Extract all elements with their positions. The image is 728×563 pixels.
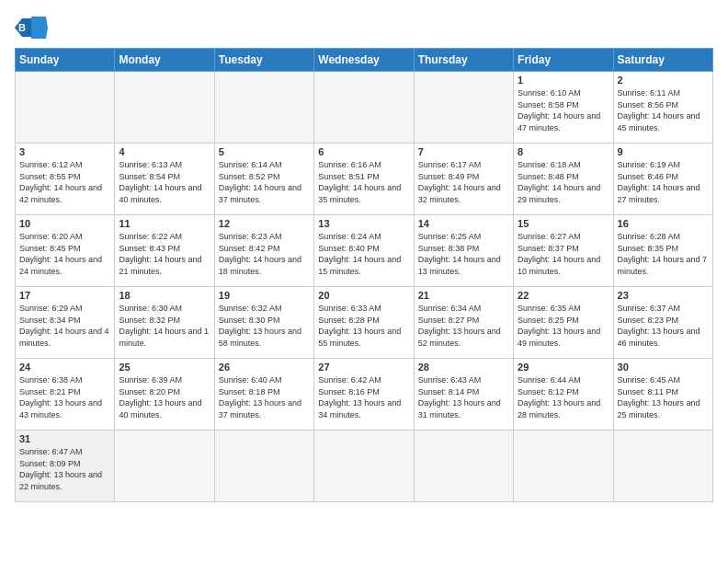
header-thursday: Thursday bbox=[414, 49, 513, 72]
calendar-cell: 23Sunrise: 6:37 AM Sunset: 8:23 PM Dayli… bbox=[613, 287, 712, 359]
day-number: 12 bbox=[219, 218, 310, 229]
day-info: Sunrise: 6:24 AM Sunset: 8:40 PM Dayligh… bbox=[318, 231, 409, 277]
calendar-cell: 6Sunrise: 6:16 AM Sunset: 8:51 PM Daylig… bbox=[314, 144, 414, 215]
calendar-cell bbox=[514, 431, 613, 502]
calendar-table: SundayMondayTuesdayWednesdayThursdayFrid… bbox=[15, 48, 713, 502]
calendar-cell: 17Sunrise: 6:29 AM Sunset: 8:34 PM Dayli… bbox=[16, 287, 115, 359]
week-row-1: 1Sunrise: 6:10 AM Sunset: 8:58 PM Daylig… bbox=[16, 72, 713, 144]
day-info: Sunrise: 6:47 AM Sunset: 8:09 PM Dayligh… bbox=[19, 446, 110, 492]
calendar-cell: 7Sunrise: 6:17 AM Sunset: 8:49 PM Daylig… bbox=[414, 144, 513, 215]
day-info: Sunrise: 6:44 AM Sunset: 8:12 PM Dayligh… bbox=[518, 374, 609, 420]
header-monday: Monday bbox=[115, 49, 214, 72]
day-info: Sunrise: 6:42 AM Sunset: 8:16 PM Dayligh… bbox=[318, 374, 409, 420]
calendar-cell: 26Sunrise: 6:40 AM Sunset: 8:18 PM Dayli… bbox=[214, 359, 313, 431]
logo-icon: B bbox=[15, 15, 48, 40]
calendar-header-row: SundayMondayTuesdayWednesdayThursdayFrid… bbox=[16, 49, 713, 72]
calendar-cell: 2Sunrise: 6:11 AM Sunset: 8:56 PM Daylig… bbox=[613, 72, 712, 144]
day-number: 29 bbox=[518, 362, 609, 373]
calendar-cell: 30Sunrise: 6:45 AM Sunset: 8:11 PM Dayli… bbox=[613, 359, 712, 431]
calendar-cell: 1Sunrise: 6:10 AM Sunset: 8:58 PM Daylig… bbox=[514, 72, 613, 144]
day-number: 17 bbox=[19, 290, 110, 301]
day-number: 21 bbox=[418, 290, 509, 301]
day-number: 25 bbox=[119, 362, 210, 373]
day-info: Sunrise: 6:22 AM Sunset: 8:43 PM Dayligh… bbox=[119, 231, 210, 277]
week-row-2: 3Sunrise: 6:12 AM Sunset: 8:55 PM Daylig… bbox=[16, 144, 713, 215]
svg-text:B: B bbox=[18, 22, 26, 33]
header-saturday: Saturday bbox=[613, 49, 712, 72]
day-number: 3 bbox=[19, 146, 110, 157]
calendar-cell bbox=[214, 431, 313, 502]
day-info: Sunrise: 6:30 AM Sunset: 8:32 PM Dayligh… bbox=[119, 303, 210, 349]
day-number: 31 bbox=[19, 433, 110, 444]
calendar-cell bbox=[16, 72, 115, 144]
day-number: 7 bbox=[418, 146, 509, 157]
calendar-cell bbox=[414, 72, 513, 144]
day-number: 10 bbox=[19, 218, 110, 229]
day-number: 24 bbox=[19, 362, 110, 373]
day-info: Sunrise: 6:13 AM Sunset: 8:54 PM Dayligh… bbox=[119, 159, 210, 205]
calendar-cell: 22Sunrise: 6:35 AM Sunset: 8:25 PM Dayli… bbox=[514, 287, 613, 359]
calendar-cell: 3Sunrise: 6:12 AM Sunset: 8:55 PM Daylig… bbox=[16, 144, 115, 215]
calendar-cell bbox=[115, 431, 214, 502]
day-number: 4 bbox=[119, 146, 210, 157]
day-number: 11 bbox=[119, 218, 210, 229]
week-row-3: 10Sunrise: 6:20 AM Sunset: 8:45 PM Dayli… bbox=[16, 215, 713, 287]
day-info: Sunrise: 6:19 AM Sunset: 8:46 PM Dayligh… bbox=[618, 159, 709, 205]
day-info: Sunrise: 6:20 AM Sunset: 8:45 PM Dayligh… bbox=[19, 231, 110, 277]
day-info: Sunrise: 6:25 AM Sunset: 8:38 PM Dayligh… bbox=[418, 231, 509, 277]
calendar-cell: 20Sunrise: 6:33 AM Sunset: 8:28 PM Dayli… bbox=[314, 287, 414, 359]
day-info: Sunrise: 6:45 AM Sunset: 8:11 PM Dayligh… bbox=[618, 374, 709, 420]
day-number: 16 bbox=[618, 218, 709, 229]
day-number: 26 bbox=[219, 362, 310, 373]
svg-marker-1 bbox=[31, 17, 48, 39]
calendar-cell: 11Sunrise: 6:22 AM Sunset: 8:43 PM Dayli… bbox=[115, 215, 214, 287]
calendar-cell: 28Sunrise: 6:43 AM Sunset: 8:14 PM Dayli… bbox=[414, 359, 513, 431]
day-number: 27 bbox=[318, 362, 409, 373]
calendar-cell: 21Sunrise: 6:34 AM Sunset: 8:27 PM Dayli… bbox=[414, 287, 513, 359]
day-info: Sunrise: 6:17 AM Sunset: 8:49 PM Dayligh… bbox=[418, 159, 509, 205]
day-number: 20 bbox=[318, 290, 409, 301]
calendar-cell bbox=[214, 72, 313, 144]
calendar-cell: 18Sunrise: 6:30 AM Sunset: 8:32 PM Dayli… bbox=[115, 287, 214, 359]
calendar-cell: 19Sunrise: 6:32 AM Sunset: 8:30 PM Dayli… bbox=[214, 287, 313, 359]
day-info: Sunrise: 6:29 AM Sunset: 8:34 PM Dayligh… bbox=[19, 303, 110, 349]
day-info: Sunrise: 6:33 AM Sunset: 8:28 PM Dayligh… bbox=[318, 303, 409, 349]
calendar-cell: 27Sunrise: 6:42 AM Sunset: 8:16 PM Dayli… bbox=[314, 359, 414, 431]
day-number: 19 bbox=[219, 290, 310, 301]
day-number: 23 bbox=[618, 290, 709, 301]
day-number: 9 bbox=[618, 146, 709, 157]
logo: B bbox=[15, 15, 51, 40]
week-row-6: 31Sunrise: 6:47 AM Sunset: 8:09 PM Dayli… bbox=[16, 431, 713, 502]
day-info: Sunrise: 6:23 AM Sunset: 8:42 PM Dayligh… bbox=[219, 231, 310, 277]
day-number: 13 bbox=[318, 218, 409, 229]
day-info: Sunrise: 6:37 AM Sunset: 8:23 PM Dayligh… bbox=[618, 303, 709, 349]
calendar-cell: 15Sunrise: 6:27 AM Sunset: 8:37 PM Dayli… bbox=[514, 215, 613, 287]
calendar-cell: 16Sunrise: 6:28 AM Sunset: 8:35 PM Dayli… bbox=[613, 215, 712, 287]
day-info: Sunrise: 6:11 AM Sunset: 8:56 PM Dayligh… bbox=[618, 87, 709, 133]
day-info: Sunrise: 6:18 AM Sunset: 8:48 PM Dayligh… bbox=[518, 159, 609, 205]
header-friday: Friday bbox=[514, 49, 613, 72]
week-row-4: 17Sunrise: 6:29 AM Sunset: 8:34 PM Dayli… bbox=[16, 287, 713, 359]
header-wednesday: Wednesday bbox=[314, 49, 414, 72]
calendar-cell: 5Sunrise: 6:14 AM Sunset: 8:52 PM Daylig… bbox=[214, 144, 313, 215]
day-number: 18 bbox=[119, 290, 210, 301]
calendar-cell: 29Sunrise: 6:44 AM Sunset: 8:12 PM Dayli… bbox=[514, 359, 613, 431]
calendar-cell: 25Sunrise: 6:39 AM Sunset: 8:20 PM Dayli… bbox=[115, 359, 214, 431]
day-info: Sunrise: 6:40 AM Sunset: 8:18 PM Dayligh… bbox=[219, 374, 310, 420]
calendar-cell bbox=[314, 431, 414, 502]
calendar-cell: 24Sunrise: 6:38 AM Sunset: 8:21 PM Dayli… bbox=[16, 359, 115, 431]
day-info: Sunrise: 6:12 AM Sunset: 8:55 PM Dayligh… bbox=[19, 159, 110, 205]
day-number: 14 bbox=[418, 218, 509, 229]
calendar-cell: 14Sunrise: 6:25 AM Sunset: 8:38 PM Dayli… bbox=[414, 215, 513, 287]
calendar-cell: 9Sunrise: 6:19 AM Sunset: 8:46 PM Daylig… bbox=[613, 144, 712, 215]
day-info: Sunrise: 6:39 AM Sunset: 8:20 PM Dayligh… bbox=[119, 374, 210, 420]
calendar-cell: 31Sunrise: 6:47 AM Sunset: 8:09 PM Dayli… bbox=[16, 431, 115, 502]
calendar-header: B bbox=[15, 15, 713, 40]
day-info: Sunrise: 6:32 AM Sunset: 8:30 PM Dayligh… bbox=[219, 303, 310, 349]
calendar-cell: 4Sunrise: 6:13 AM Sunset: 8:54 PM Daylig… bbox=[115, 144, 214, 215]
calendar-cell: 8Sunrise: 6:18 AM Sunset: 8:48 PM Daylig… bbox=[514, 144, 613, 215]
day-info: Sunrise: 6:28 AM Sunset: 8:35 PM Dayligh… bbox=[618, 231, 709, 277]
day-number: 28 bbox=[418, 362, 509, 373]
day-info: Sunrise: 6:27 AM Sunset: 8:37 PM Dayligh… bbox=[518, 231, 609, 277]
calendar-cell bbox=[613, 431, 712, 502]
